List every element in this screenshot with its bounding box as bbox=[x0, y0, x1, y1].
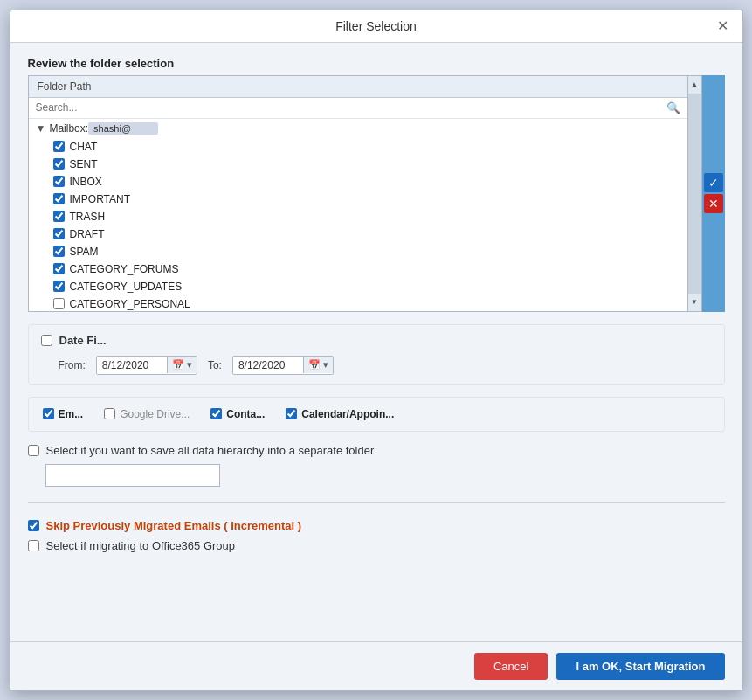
select-all-button[interactable]: ✓ bbox=[704, 173, 723, 192]
folder-section: Review the folder selection Folder Path … bbox=[28, 57, 725, 312]
mailbox-email: shashi@ bbox=[88, 122, 157, 135]
mailbox-label: Mailbox: bbox=[49, 122, 88, 135]
dialog-title: Filter Selection bbox=[38, 19, 714, 33]
office365-label: Select if migrating to Office365 Group bbox=[46, 539, 236, 552]
folder-checkbox[interactable] bbox=[53, 141, 65, 152]
folder-panel: Folder Path 🔍 ▼ Mailbox: shashi@ bbox=[29, 76, 687, 311]
type-filter-item: Google Drive... bbox=[104, 408, 190, 420]
hierarchy-section: Select if you want to save all data hier… bbox=[28, 444, 725, 487]
search-input[interactable] bbox=[36, 101, 666, 114]
folder-checkbox[interactable] bbox=[53, 193, 65, 204]
from-calendar-button[interactable]: 📅 ▾ bbox=[167, 357, 197, 373]
incremental-label: Skip Previously Migrated Emails ( Increm… bbox=[46, 519, 302, 532]
dialog-footer: Cancel I am OK, Start Migration bbox=[10, 641, 742, 690]
ok-start-migration-button[interactable]: I am OK, Start Migration bbox=[556, 653, 724, 680]
type-filter-item: Em... bbox=[43, 408, 84, 420]
date-filter-label: Date Fi... bbox=[59, 334, 107, 347]
folder-item: DRAFT bbox=[29, 225, 687, 243]
deselect-all-button[interactable]: ✕ bbox=[704, 194, 723, 213]
type-filter-item: Calendar/Appoin... bbox=[286, 408, 394, 420]
divider-1 bbox=[28, 502, 725, 503]
type-filter-row: Em...Google Drive...Conta...Calendar/App… bbox=[43, 408, 710, 420]
type-label: Google Drive... bbox=[120, 408, 190, 420]
dialog-body: Review the folder selection Folder Path … bbox=[10, 43, 742, 641]
folder-checkbox[interactable] bbox=[53, 298, 65, 309]
folder-item: SPAM bbox=[29, 243, 687, 260]
icon-panel: ✓ ✕ bbox=[702, 75, 725, 312]
folder-checkbox[interactable] bbox=[53, 158, 65, 170]
type-filter-section: Em...Google Drive...Conta...Calendar/App… bbox=[28, 397, 725, 432]
type-checkbox[interactable] bbox=[210, 408, 222, 419]
date-filter-header: Date Fi... bbox=[41, 334, 712, 347]
folder-name: SPAM bbox=[70, 246, 99, 258]
date-row: From: 📅 ▾ To: 📅 ▾ bbox=[41, 356, 712, 375]
type-checkbox[interactable] bbox=[286, 408, 297, 419]
folder-column-header: Folder Path bbox=[29, 76, 687, 98]
folder-name: CATEGORY_UPDATES bbox=[70, 281, 183, 293]
incremental-checkbox[interactable] bbox=[28, 520, 39, 531]
title-bar: Filter Selection ✕ bbox=[10, 10, 742, 43]
type-label: Calendar/Appoin... bbox=[301, 408, 394, 420]
from-date-input[interactable] bbox=[97, 357, 167, 374]
to-label: To: bbox=[208, 359, 222, 371]
folder-item: CHAT bbox=[29, 138, 687, 156]
hierarchy-checkbox[interactable] bbox=[28, 445, 39, 456]
folder-name: CHAT bbox=[70, 141, 98, 153]
folder-name: TRASH bbox=[70, 211, 106, 223]
search-icon: 🔍 bbox=[666, 101, 680, 114]
type-label: Em... bbox=[59, 408, 84, 420]
folder-checkbox[interactable] bbox=[53, 228, 65, 239]
tree-arrow: ▼ bbox=[36, 122, 46, 135]
folder-name: CATEGORY_FORUMS bbox=[70, 263, 179, 275]
folder-item: IMPORTANT bbox=[29, 191, 687, 208]
folder-section-title: Review the folder selection bbox=[28, 57, 725, 70]
filter-selection-dialog: Filter Selection ✕ Review the folder sel… bbox=[10, 10, 743, 691]
hierarchy-label: Select if you want to save all data hier… bbox=[28, 444, 725, 457]
to-date-input-group: 📅 ▾ bbox=[232, 356, 334, 375]
type-label: Conta... bbox=[226, 408, 265, 420]
folder-item: TRASH bbox=[29, 208, 687, 225]
folder-name: DRAFT bbox=[70, 228, 105, 240]
folder-name: IMPORTANT bbox=[70, 193, 131, 205]
to-date-input[interactable] bbox=[233, 357, 303, 374]
folder-checkbox[interactable] bbox=[53, 211, 65, 222]
type-filter-item: Conta... bbox=[210, 408, 265, 420]
folder-checkbox[interactable] bbox=[53, 176, 65, 187]
folder-tree[interactable]: ▼ Mailbox: shashi@ CHATSENTINBOXIMPORTAN… bbox=[29, 119, 687, 311]
office365-checkbox[interactable] bbox=[28, 540, 39, 551]
folder-items-container: CHATSENTINBOXIMPORTANTTRASHDRAFTSPAMCATE… bbox=[29, 138, 687, 311]
type-checkbox[interactable] bbox=[43, 408, 54, 419]
to-calendar-button[interactable]: 📅 ▾ bbox=[303, 357, 333, 373]
hierarchy-folder-input[interactable] bbox=[45, 464, 220, 487]
incremental-row: Skip Previously Migrated Emails ( Increm… bbox=[28, 519, 725, 532]
mailbox-header: ▼ Mailbox: shashi@ bbox=[29, 119, 687, 138]
scroll-up-button[interactable]: ▲ bbox=[688, 76, 701, 94]
type-checkbox[interactable] bbox=[104, 408, 115, 419]
folder-item: CATEGORY_PERSONAL bbox=[29, 295, 687, 311]
folder-name: INBOX bbox=[70, 176, 102, 188]
folder-item: CATEGORY_UPDATES bbox=[29, 278, 687, 295]
office365-row: Select if migrating to Office365 Group bbox=[28, 539, 725, 552]
scroll-down-button[interactable]: ▼ bbox=[688, 294, 701, 311]
date-filter-checkbox[interactable] bbox=[41, 335, 52, 346]
folder-checkbox[interactable] bbox=[53, 263, 65, 274]
folder-name: CATEGORY_PERSONAL bbox=[70, 298, 190, 310]
from-label: From: bbox=[59, 359, 86, 371]
folder-item: INBOX bbox=[29, 173, 687, 191]
folder-item: CATEGORY_FORUMS bbox=[29, 260, 687, 278]
from-date-input-group: 📅 ▾ bbox=[96, 356, 197, 375]
folder-checkbox[interactable] bbox=[53, 281, 65, 292]
cancel-button[interactable]: Cancel bbox=[474, 653, 548, 680]
close-button[interactable]: ✕ bbox=[714, 17, 732, 35]
folder-item: SENT bbox=[29, 156, 687, 173]
folder-search-bar: 🔍 bbox=[29, 98, 687, 119]
incremental-section: Skip Previously Migrated Emails ( Increm… bbox=[28, 519, 725, 552]
date-filter-section: Date Fi... From: 📅 ▾ To: 📅 ▾ bbox=[28, 324, 725, 385]
folder-checkbox[interactable] bbox=[53, 246, 65, 257]
hierarchy-text: Select if you want to save all data hier… bbox=[46, 444, 375, 457]
folder-name: SENT bbox=[70, 158, 98, 170]
